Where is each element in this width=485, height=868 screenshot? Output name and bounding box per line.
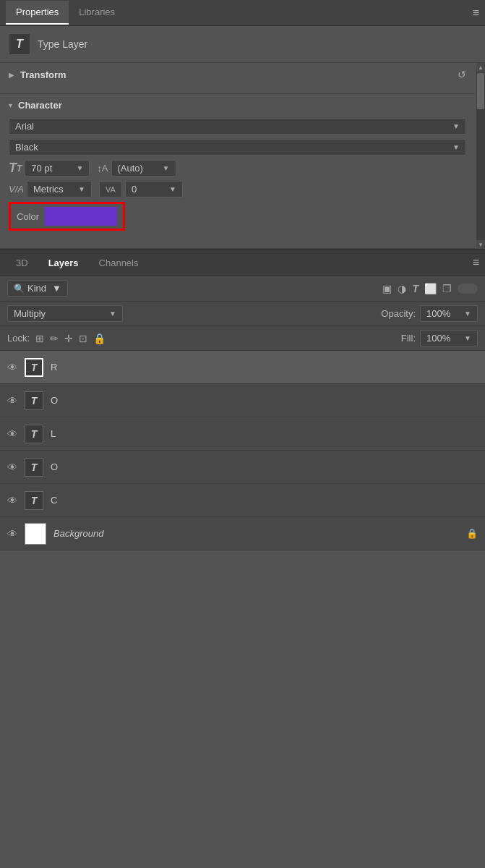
kern-dropdown[interactable]: 0 ▼ — [125, 181, 183, 197]
lock-paint-icon[interactable]: ✏ — [50, 333, 59, 344]
transform-section: ▶ Transform ↺ — [0, 63, 475, 94]
visibility-icon[interactable]: 👁 — [7, 528, 17, 540]
font-style-value: Black — [15, 142, 38, 153]
layers-menu-icon[interactable]: ≡ — [473, 256, 479, 269]
visibility-icon[interactable]: 👁 — [7, 395, 17, 407]
layer-lock-icon: 🔒 — [466, 528, 478, 539]
transform-header[interactable]: ▶ Transform ↺ — [9, 69, 466, 80]
leading-caret: ▼ — [163, 164, 170, 172]
tab-layers[interactable]: Layers — [38, 252, 89, 274]
leading-dropdown[interactable]: (Auto) ▼ — [111, 160, 176, 176]
layer-item[interactable]: 👁 T C — [0, 484, 485, 517]
fill-value: 100% — [426, 333, 450, 344]
visibility-icon[interactable]: 👁 — [7, 362, 17, 373]
search-icon: 🔍 — [14, 284, 25, 294]
lock-label: Lock: — [7, 333, 30, 344]
leading-value: (Auto) — [118, 163, 143, 174]
visibility-icon[interactable]: 👁 — [7, 461, 17, 473]
tracking-kerning-row: V/A Metrics ▼ VA 0 ▼ — [9, 181, 466, 197]
kern-icon: VA — [99, 182, 122, 197]
blend-mode-caret: ▼ — [109, 310, 116, 318]
size-value: 70 pt — [31, 163, 52, 174]
layer-type-icon: T — [25, 358, 43, 377]
character-title: Character — [18, 100, 62, 111]
transform-reset-icon[interactable]: ↺ — [458, 69, 466, 80]
color-swatch[interactable] — [45, 207, 117, 226]
filter-kind-caret: ▼ — [52, 283, 61, 294]
layer-name: O — [51, 395, 58, 406]
font-family-value: Arial — [15, 121, 34, 132]
tab-properties[interactable]: Properties — [6, 1, 69, 25]
layer-name: R — [51, 362, 57, 373]
character-section: ▾ Character Arial ▼ Black ▼ T — [0, 94, 475, 249]
font-family-row: Arial ▼ — [9, 118, 466, 135]
layer-name: C — [51, 495, 57, 506]
font-size-icon: T — [9, 161, 17, 176]
layer-type-icon: T — [25, 458, 43, 477]
tab-libraries[interactable]: Libraries — [69, 1, 125, 25]
scroll-arrow-down[interactable]: ▼ — [476, 240, 485, 249]
color-row: Color — [9, 202, 466, 231]
font-family-caret: ▼ — [452, 122, 460, 130]
filter-toggle[interactable] — [458, 284, 478, 294]
font-style-row: Black ▼ — [9, 139, 466, 156]
lock-all-icon[interactable]: 🔒 — [93, 333, 106, 344]
fill-group: Fill: 100% ▼ — [401, 330, 478, 346]
lock-artboard-icon[interactable]: ⊡ — [79, 333, 87, 344]
kern-caret: ▼ — [169, 185, 176, 193]
font-size-icon-small: T — [17, 163, 22, 174]
layer-background-item[interactable]: 👁 Background 🔒 — [0, 517, 485, 550]
blend-mode-dropdown[interactable]: Multiply ▼ — [7, 305, 123, 322]
tab-bar: Properties Libraries ≡ — [0, 0, 485, 26]
filter-pixel-icon[interactable]: ▣ — [382, 283, 392, 294]
filter-kind-dropdown[interactable]: 🔍 Kind ▼ — [7, 280, 68, 297]
blend-opacity-row: Multiply ▼ Opacity: 100% ▼ — [0, 302, 485, 326]
size-group: T T 70 pt ▼ — [9, 160, 90, 176]
opacity-caret: ▼ — [464, 310, 471, 318]
layer-item[interactable]: 👁 T O — [0, 384, 485, 417]
lock-move-icon[interactable]: ✛ — [64, 333, 73, 344]
lock-pixels-icon[interactable]: ⊞ — [35, 333, 44, 344]
properties-scrollbar[interactable]: ▲ ▼ — [476, 63, 485, 249]
layer-item[interactable]: 👁 T L — [0, 417, 485, 451]
opacity-value: 100% — [426, 308, 450, 319]
layer-name: Background — [53, 528, 103, 539]
color-label: Color — [17, 211, 39, 222]
lock-fill-row: Lock: ⊞ ✏ ✛ ⊡ 🔒 Fill: 100% ▼ — [0, 326, 485, 351]
size-leading-row: T T 70 pt ▼ ↕A (Auto) ▼ — [9, 160, 466, 176]
layer-item[interactable]: 👁 T R — [0, 351, 485, 384]
tab-channels[interactable]: Channels — [89, 252, 149, 274]
tracking-caret: ▼ — [78, 185, 85, 193]
layer-name: O — [51, 461, 58, 472]
panel-menu-icon[interactable]: ≡ — [473, 7, 479, 20]
character-header[interactable]: ▾ Character — [9, 100, 466, 111]
tracking-dropdown[interactable]: Metrics ▼ — [27, 181, 92, 197]
opacity-group: Opacity: 100% ▼ — [381, 305, 478, 322]
filter-type-icon[interactable]: T — [412, 283, 419, 294]
tracking-group: V/A Metrics ▼ — [9, 181, 92, 197]
size-dropdown[interactable]: 70 pt ▼ — [25, 160, 90, 176]
layer-thumbnail — [25, 523, 46, 545]
tracking-value: Metrics — [33, 184, 64, 195]
visibility-icon[interactable]: 👁 — [7, 428, 17, 440]
filter-adjustment-icon[interactable]: ◑ — [398, 283, 406, 294]
leading-group: ↕A (Auto) ▼ — [97, 160, 176, 176]
type-layer-label: Type Layer — [38, 38, 87, 50]
layer-item[interactable]: 👁 T O — [0, 451, 485, 484]
filter-artboard-icon[interactable]: ❐ — [442, 283, 452, 294]
fill-dropdown[interactable]: 100% ▼ — [420, 330, 478, 346]
layer-filter-row: 🔍 Kind ▼ ▣ ◑ T ⬜ ❐ — [0, 276, 485, 302]
character-arrow: ▾ — [9, 101, 12, 109]
scroll-thumb[interactable] — [477, 73, 484, 109]
font-style-dropdown[interactable]: Black ▼ — [9, 139, 466, 156]
leading-icon: ↕A — [97, 163, 108, 174]
layer-type-icon: T — [25, 425, 43, 443]
visibility-icon[interactable]: 👁 — [7, 495, 17, 506]
font-family-dropdown[interactable]: Arial ▼ — [9, 118, 466, 135]
properties-content: ▶ Transform ↺ ▾ Character Arial ▼ Bla — [0, 63, 485, 249]
scroll-arrow-up[interactable]: ▲ — [476, 63, 485, 72]
filter-shape-icon[interactable]: ⬜ — [424, 283, 437, 294]
color-highlight-box[interactable]: Color — [9, 202, 125, 231]
opacity-dropdown[interactable]: 100% ▼ — [420, 305, 478, 322]
tab-3d[interactable]: 3D — [6, 252, 38, 274]
